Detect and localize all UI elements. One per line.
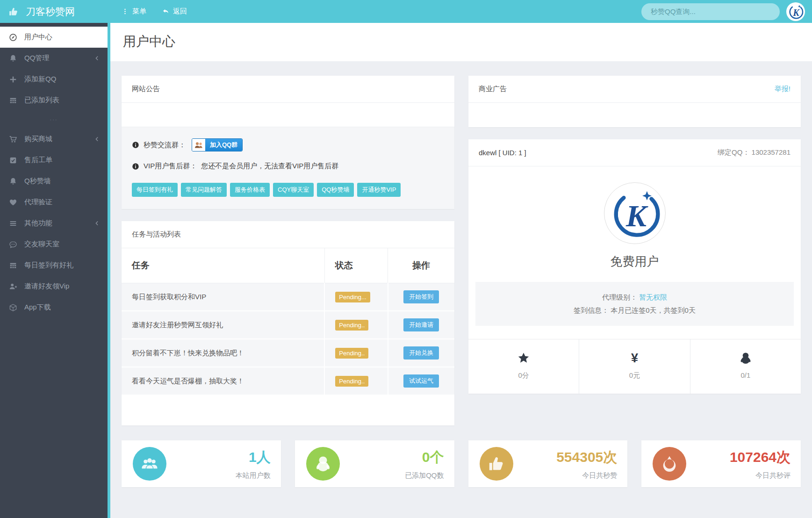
- sidebar-item[interactable]: QQ管理: [0, 48, 108, 69]
- bind-qq-label: 绑定QQ：: [718, 148, 749, 156]
- penguin-icon: [690, 351, 801, 365]
- agent-label: 代理级别：: [602, 293, 637, 301]
- sidebar-item[interactable]: App下载: [0, 297, 108, 318]
- agent-box: 代理级别： 暂无权限 签到信息： 本月已连签0天，共签到0天: [475, 282, 794, 326]
- plus-icon: [9, 75, 17, 84]
- sidebar-item-label: 购买商城: [24, 135, 94, 144]
- tasks-col-status: 状态: [324, 248, 388, 283]
- star-icon: [468, 351, 579, 365]
- task-action-cell: 开始邀请: [388, 311, 454, 339]
- ellipsis-vertical-icon: [122, 8, 129, 15]
- sidebar-item-label: 添加新QQ: [24, 75, 100, 84]
- table-row: 积分留着不下崽！快来兑换物品吧！Pending..开始兑换: [122, 339, 454, 367]
- quick-link-button[interactable]: QQ秒赞墙: [317, 183, 354, 197]
- sidebar-item-label: 代理验证: [24, 198, 100, 207]
- signin-value: 本月已连签0天，共签到0天: [611, 306, 696, 314]
- bell-icon: [9, 54, 17, 63]
- profile-stat-value: 0分: [468, 371, 579, 380]
- sidebar-item[interactable]: 已添加列表: [0, 90, 108, 111]
- task-action-button[interactable]: 开始邀请: [403, 318, 439, 331]
- task-action-button[interactable]: 开始兑换: [403, 346, 439, 360]
- main-area: 用户中心 网站公告 秒赞交流群：: [108, 23, 812, 518]
- sidebar-item-label: 交友聊天室: [24, 240, 100, 249]
- sidebar-item-label: Q秒赞墙: [24, 177, 100, 186]
- cart-icon: [9, 135, 17, 144]
- announcement-panel: 网站公告 秒赞交流群： 加入QQ群: [122, 76, 454, 209]
- summary-card: 0个已添加QQ数: [295, 440, 454, 487]
- sidebar-item-label: App下载: [24, 303, 100, 312]
- thumb-icon: [480, 447, 513, 481]
- profile-stat: 0分: [468, 339, 579, 394]
- rebel-icon: [653, 447, 686, 481]
- quick-link-button[interactable]: 服务价格表: [230, 183, 270, 197]
- ad-title: 商业广告: [479, 85, 507, 94]
- sidebar-item[interactable]: 用户中心: [0, 27, 108, 48]
- status-badge: Pending...: [335, 292, 370, 302]
- quick-link-button[interactable]: 每日签到有礼: [132, 183, 178, 197]
- check-square-icon: [9, 156, 17, 165]
- bell-icon: [9, 177, 17, 186]
- tasks-table: 任务 状态 操作 每日签到获取积分和VIPPending...开始签到邀请好友注…: [122, 248, 454, 396]
- sidebar-item[interactable]: 售后工单: [0, 150, 108, 171]
- sidebar-item[interactable]: Q秒赞墙: [0, 171, 108, 192]
- task-action-cell: 开始兑换: [388, 339, 454, 367]
- summary-card-label: 今日共秒赞: [513, 471, 618, 480]
- tasks-tbody: 每日签到获取积分和VIPPending...开始签到邀请好友注册秒赞网互领好礼P…: [122, 283, 454, 396]
- sidebar-item[interactable]: 每日签到有好礼: [0, 255, 108, 276]
- sidebar-item[interactable]: 购买商城: [0, 129, 108, 150]
- penguin-icon: [306, 447, 340, 481]
- quick-link-button[interactable]: 常见问题解答: [181, 183, 227, 197]
- thumbs-up-icon: [8, 7, 19, 17]
- task-action-cell: 试试运气: [388, 367, 454, 395]
- reply-arrow-icon: [162, 8, 169, 15]
- avatar: K: [604, 182, 666, 244]
- sidebar-item[interactable]: 交友聊天室: [0, 234, 108, 255]
- back-label: 返回: [173, 7, 187, 16]
- tasks-title: 任务与活动列表: [132, 230, 181, 239]
- table-row: 每日签到获取积分和VIPPending...开始签到: [122, 283, 454, 311]
- report-link[interactable]: 举报!: [775, 85, 790, 94]
- join-qq-group-button[interactable]: 加入QQ群: [192, 138, 243, 151]
- left-column: 网站公告 秒赞交流群： 加入QQ群: [122, 76, 454, 438]
- table-icon: [9, 261, 17, 270]
- summary-card-value: 554305次: [513, 448, 618, 467]
- agent-permission-link[interactable]: 暂无权限: [639, 293, 667, 301]
- summary-card: 554305次今日共秒赞: [468, 440, 628, 487]
- task-status-cell: Pending...: [324, 283, 388, 311]
- brand[interactable]: 刀客秒赞网: [0, 5, 108, 18]
- task-action-button[interactable]: 试试运气: [403, 374, 439, 388]
- sidebar-item-label: 其他功能: [24, 219, 94, 228]
- profile-stat: 0/1: [690, 339, 801, 394]
- summary-card-label: 今日共秒评: [686, 471, 790, 480]
- sidebar-item[interactable]: 代理验证: [0, 192, 108, 213]
- announcement-footer: 秒赞交流群： 加入QQ群 VIP用户售后群： 您还不是会员用户，无法查看VIP用…: [122, 127, 454, 209]
- table-row: 邀请好友注册秒赞网互领好礼Pending..开始邀请: [122, 311, 454, 339]
- summary-card-value: 0个: [340, 448, 444, 467]
- sidebar-item[interactable]: 其他功能: [0, 213, 108, 234]
- back-button[interactable]: 返回: [162, 7, 187, 16]
- sidebar-item[interactable]: 邀请好友领Vip: [0, 276, 108, 297]
- content: 网站公告 秒赞交流群： 加入QQ群: [110, 61, 812, 487]
- ad-body: [468, 103, 801, 127]
- quick-link-button[interactable]: CQY聊天室: [273, 183, 314, 197]
- user-plus-icon: [9, 282, 17, 291]
- site-logo[interactable]: K: [786, 2, 805, 21]
- summary-cards: 1人本站用户数0个已添加QQ数554305次今日共秒赞107264次今日共秒评: [122, 440, 801, 487]
- menu-button[interactable]: 菜单: [122, 7, 146, 16]
- profile-body: K 免费用户 代理级别： 暂无权限 签到信息： 本月已连签0天，共签到0天: [468, 166, 801, 394]
- chevron-left-icon: [94, 136, 100, 142]
- sidebar-menu: 用户中心QQ管理添加新QQ已添加列表···购买商城售后工单Q秒赞墙代理验证其他功…: [0, 23, 108, 518]
- task-action-button[interactable]: 开始签到: [403, 290, 439, 303]
- status-badge: Pending..: [335, 320, 368, 331]
- profile-panel: dkewl [ UID: 1 ] 绑定QQ： 1302357281 K 免费用户: [468, 139, 801, 394]
- profile-stat-value: 0/1: [690, 371, 801, 379]
- qq-search-input[interactable]: [641, 3, 780, 20]
- chevron-left-icon: [94, 220, 100, 226]
- summary-card: 107264次今日共秒评: [641, 440, 801, 487]
- sidebar-item[interactable]: 添加新QQ: [0, 69, 108, 90]
- ad-panel: 商业广告 举报!: [468, 76, 801, 127]
- quick-link-button[interactable]: 开通秒赞VIP: [357, 183, 401, 197]
- task-name: 积分留着不下崽！快来兑换物品吧！: [122, 339, 324, 367]
- announcement-body: [122, 103, 454, 127]
- profile-stat: ¥0元: [579, 339, 690, 394]
